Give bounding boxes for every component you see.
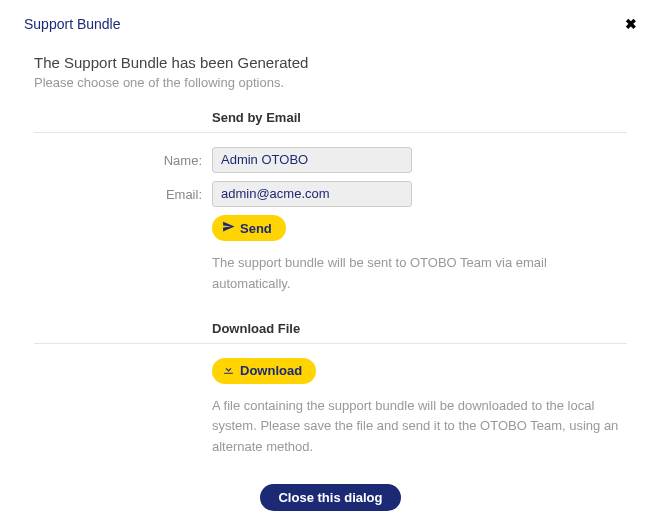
- name-field[interactable]: Admin OTOBO: [212, 147, 412, 173]
- download-section-title: Download File: [212, 321, 300, 336]
- close-icon[interactable]: ✖: [625, 17, 637, 31]
- download-section-header: Download File: [34, 319, 627, 344]
- dialog-header: Support Bundle ✖: [24, 16, 637, 32]
- download-row: Download: [34, 358, 627, 384]
- dialog-title: Support Bundle: [24, 16, 121, 32]
- email-section-title: Send by Email: [212, 110, 301, 125]
- download-button-label: Download: [240, 363, 302, 378]
- email-section: Send by Email Name: Admin OTOBO Email: a…: [34, 108, 627, 295]
- send-row: Send: [34, 215, 627, 241]
- send-button-label: Send: [240, 221, 272, 236]
- download-help-row: A file containing the support bundle wil…: [34, 396, 627, 458]
- name-row: Name: Admin OTOBO: [34, 147, 627, 173]
- download-button[interactable]: Download: [212, 358, 316, 384]
- download-icon: [222, 363, 235, 379]
- sub-text: Please choose one of the following optio…: [34, 75, 627, 90]
- email-field[interactable]: admin@acme.com: [212, 181, 412, 207]
- close-dialog-button[interactable]: Close this dialog: [260, 484, 400, 511]
- dialog-content: The Support Bundle has been Generated Pl…: [24, 54, 637, 511]
- email-label: Email:: [34, 187, 212, 202]
- main-heading: The Support Bundle has been Generated: [34, 54, 627, 71]
- dialog-footer: Close this dialog: [34, 484, 627, 511]
- download-section: Download File Download A file containing…: [34, 319, 627, 458]
- email-row: Email: admin@acme.com: [34, 181, 627, 207]
- email-help-row: The support bundle will be sent to OTOBO…: [34, 253, 627, 295]
- download-help-text: A file containing the support bundle wil…: [212, 396, 627, 458]
- support-bundle-dialog: Support Bundle ✖ The Support Bundle has …: [0, 0, 661, 522]
- email-help-text: The support bundle will be sent to OTOBO…: [212, 253, 627, 295]
- paper-plane-icon: [222, 220, 235, 236]
- send-button[interactable]: Send: [212, 215, 286, 241]
- email-section-header: Send by Email: [34, 108, 627, 133]
- name-label: Name:: [34, 153, 212, 168]
